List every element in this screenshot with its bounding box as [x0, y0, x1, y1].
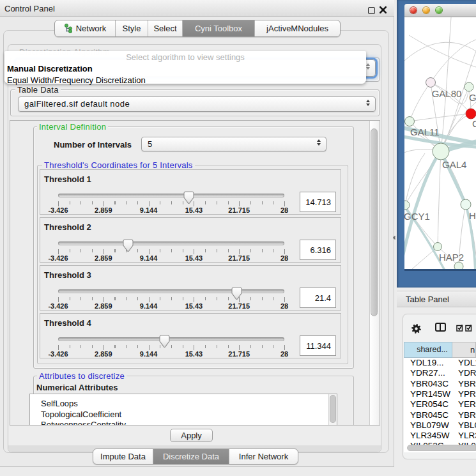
svg-text:GCY1: GCY1: [404, 211, 430, 222]
svg-text:GAL80: GAL80: [432, 88, 462, 99]
svg-text:C: C: [472, 118, 476, 129]
svg-text:GAL4: GAL4: [442, 159, 466, 170]
svg-text:H: H: [469, 210, 476, 221]
svg-text:GAL11: GAL11: [410, 127, 440, 137]
svg-text:G.: G.: [469, 92, 476, 103]
svg-text:HAP2: HAP2: [439, 252, 464, 263]
